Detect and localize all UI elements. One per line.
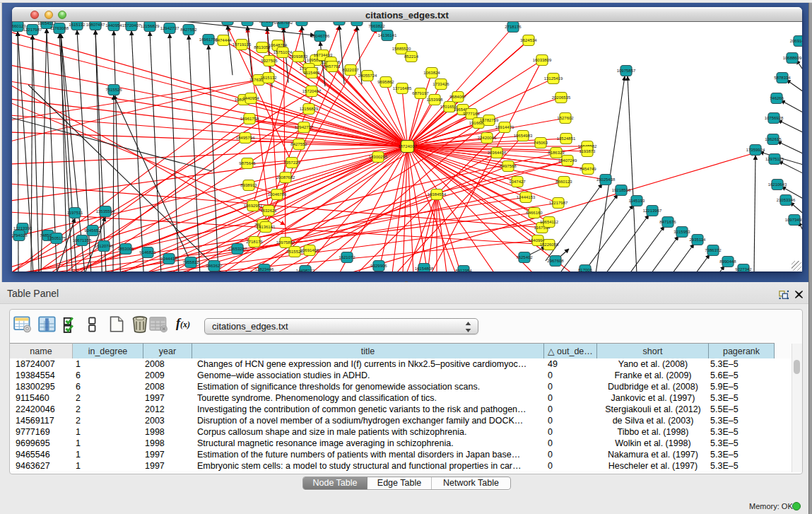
svg-text:11763088: 11763088 [50,26,69,30]
svg-text:18300295: 18300295 [369,155,388,159]
svg-text:9327505: 9327505 [261,59,278,63]
svg-text:8938913: 8938913 [240,183,257,187]
svg-text:8990448: 8990448 [719,259,736,264]
svg-text:18724007: 18724007 [398,144,417,148]
svg-text:16210643: 16210643 [768,182,787,187]
svg-text:6497568: 6497568 [500,164,517,168]
svg-text:852214: 852214 [404,54,419,59]
svg-text:12444153: 12444153 [517,195,536,199]
svg-text:10688609: 10688609 [783,56,802,60]
svg-text:10046786: 10046786 [268,192,287,197]
svg-text:10719135: 10719135 [233,42,252,47]
svg-text:10671355: 10671355 [73,238,92,243]
svg-text:10046786: 10046786 [311,34,330,38]
svg-text:7386372: 7386372 [705,248,722,252]
svg-text:20364436: 20364436 [488,151,507,155]
svg-text:16120746: 16120746 [95,244,114,248]
svg-text:15692951: 15692951 [244,204,263,208]
svg-text:5878334: 5878334 [774,76,791,80]
svg-text:15885520: 15885520 [392,47,411,51]
svg-text:7357224: 7357224 [283,160,300,165]
svg-text:9245652: 9245652 [84,228,101,233]
svg-text:9457791: 9457791 [324,64,341,69]
svg-text:8938913: 8938913 [293,22,310,23]
svg-text:3215953: 3215953 [673,230,690,234]
svg-text:12093873: 12093873 [289,54,308,59]
svg-text:15720407: 15720407 [122,23,141,28]
svg-text:1063824: 1063824 [423,71,440,75]
svg-text:1362615: 1362615 [765,137,782,141]
svg-text:8912954: 8912954 [455,269,472,271]
svg-text:9684067: 9684067 [449,95,466,99]
svg-text:12213967: 12213967 [643,209,662,213]
svg-text:16033809: 16033809 [533,58,552,62]
svg-text:12942737: 12942737 [160,26,180,30]
svg-text:7955812: 7955812 [182,260,199,264]
svg-text:14136141: 14136141 [378,33,397,37]
svg-text:15226058: 15226058 [540,243,559,247]
svg-text:13535594: 13535594 [96,209,115,214]
svg-text:6466160: 6466160 [526,211,543,215]
svg-text:12505175: 12505175 [47,236,66,240]
svg-text:7357224: 7357224 [239,22,256,23]
svg-text:13716485: 13716485 [393,86,412,90]
svg-text:8186323: 8186323 [548,151,565,155]
svg-text:6879197: 6879197 [412,91,429,95]
svg-text:2935114: 2935114 [690,238,707,242]
svg-text:9329906: 9329906 [370,264,387,268]
svg-text:24055724: 24055724 [358,74,377,78]
svg-text:20691406: 20691406 [300,248,319,252]
svg-text:1193873: 1193873 [579,149,596,153]
svg-text:746266: 746266 [770,96,784,100]
svg-text:8471676: 8471676 [659,220,676,224]
svg-text:12217987: 12217987 [23,28,42,32]
svg-text:1244415: 1244415 [160,257,177,261]
svg-text:2718176: 2718176 [246,240,263,244]
svg-text:9146821: 9146821 [139,250,156,255]
svg-text:18495794: 18495794 [236,136,255,140]
svg-text:1440954: 1440954 [105,23,122,28]
svg-text:1197511: 1197511 [67,211,83,215]
svg-text:12975115: 12975115 [765,157,784,161]
svg-text:10975857: 10975857 [276,240,295,245]
svg-text:9463627: 9463627 [206,264,223,268]
svg-text:12156829: 12156829 [141,24,160,28]
svg-text:8427552: 8427552 [290,142,307,146]
svg-text:1145193: 1145193 [629,199,646,203]
svg-text:745063: 745063 [534,141,548,145]
svg-text:12823446: 12823446 [255,267,274,271]
svg-text:2967608: 2967608 [547,259,564,263]
svg-text:8454749: 8454749 [579,167,596,171]
svg-text:10025438: 10025438 [596,177,616,182]
svg-text:22420046: 22420046 [478,136,497,140]
svg-text:10654112: 10654112 [540,220,559,224]
svg-text:16154808: 16154808 [415,267,434,271]
svg-text:12217987: 12217987 [549,201,568,205]
svg-text:16961758: 16961758 [240,117,259,121]
svg-text:13125419: 13125419 [544,76,563,81]
svg-text:1047427: 1047427 [509,180,526,184]
svg-text:7515526: 7515526 [105,88,122,92]
svg-text:7663822: 7663822 [368,24,385,28]
svg-text:9227342: 9227342 [735,267,752,271]
svg-text:1440954: 1440954 [242,96,259,100]
svg-text:1527602: 1527602 [557,116,574,120]
svg-text:1615132: 1615132 [260,76,277,80]
svg-text:1615132: 1615132 [69,23,86,27]
svg-text:6794028: 6794028 [12,233,28,238]
svg-text:13524851: 13524851 [557,136,576,141]
svg-text:1153998: 1153998 [427,98,444,102]
svg-text:9115460: 9115460 [304,71,321,75]
svg-text:14498222: 14498222 [296,269,315,271]
svg-text:12156829: 12156829 [300,107,319,111]
svg-text:9875645: 9875645 [239,161,256,165]
svg-text:17359924: 17359924 [746,148,765,152]
svg-text:7632621: 7632621 [348,22,365,23]
svg-text:2718176: 2718176 [505,25,522,29]
svg-text:20087682: 20087682 [276,175,295,180]
svg-text:15720407: 15720407 [302,89,322,93]
svg-text:10973493: 10973493 [785,218,802,222]
svg-text:14136141: 14136141 [257,225,276,229]
svg-text:16782759: 16782759 [480,118,499,122]
svg-text:7632621: 7632621 [260,209,277,213]
